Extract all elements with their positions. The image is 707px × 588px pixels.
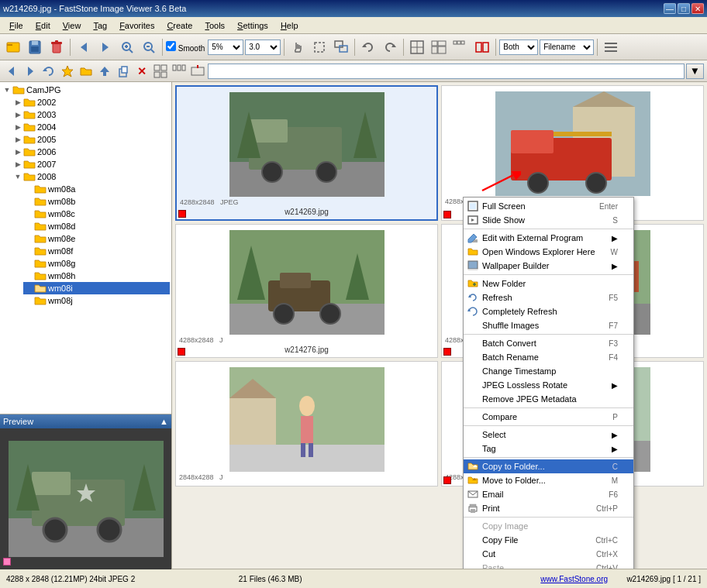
- smooth-checkbox[interactable]: [166, 41, 176, 51]
- cm-batch-rename[interactable]: Batch Rename F4: [464, 350, 633, 364]
- nav-grid5-button[interactable]: [171, 63, 188, 80]
- menu-tag[interactable]: Tag: [87, 19, 113, 32]
- nav-back-button[interactable]: [3, 63, 20, 80]
- menu-file[interactable]: File: [3, 19, 29, 32]
- tree-item-2004[interactable]: ▶ 2004: [12, 121, 170, 133]
- tree-container[interactable]: ▼ CamJPG ▶ 2002 ▶ 20: [0, 82, 171, 414]
- tree-item-wm08b[interactable]: wm08b: [23, 195, 170, 208]
- tb-crop-button[interactable]: [309, 37, 329, 57]
- tree-item-2007[interactable]: ▶ 2007: [12, 158, 170, 170]
- tb-grid3-button[interactable]: [450, 37, 471, 57]
- cm-wallpaper[interactable]: Wallpaper Builder ▶: [464, 259, 633, 273]
- nav-copy-button[interactable]: [115, 63, 132, 80]
- nav-folder-button[interactable]: [78, 63, 95, 80]
- tb-compare-button[interactable]: [472, 37, 492, 57]
- cm-edit-external[interactable]: Edit with External Program ▶: [464, 231, 633, 245]
- thumbnail-w214276[interactable]: 4288x2848 J w214276.jpg: [175, 224, 438, 358]
- tb-zoomout-button[interactable]: [139, 37, 159, 57]
- menu-settings[interactable]: Settings: [231, 19, 274, 32]
- nav-grid6-button[interactable]: [189, 63, 206, 80]
- cm-new-folder[interactable]: New Folder: [464, 277, 633, 291]
- thumbnail-w214269[interactable]: 4288x2848 JPEG w214269.jpg: [175, 85, 438, 221]
- tree-item-2006[interactable]: ▶ 2006: [12, 146, 170, 158]
- tree-item-2002[interactable]: ▶ 2002: [12, 96, 170, 108]
- tb-zoomin-button[interactable]: [117, 37, 137, 57]
- tree-toggle-2002[interactable]: ▶: [12, 97, 23, 108]
- thumbnail-row3-col1[interactable]: 2848x4288 J: [175, 361, 438, 487]
- cm-refresh[interactable]: Refresh F5: [464, 291, 633, 304]
- menu-tools[interactable]: Tools: [198, 19, 231, 32]
- cm-remove-jpeg-meta[interactable]: Remove JPEG Metadata: [464, 392, 633, 406]
- tb-open-button[interactable]: [3, 37, 23, 57]
- tree-toggle-2003[interactable]: ▶: [12, 109, 23, 120]
- tb-grid1-button[interactable]: [407, 37, 427, 57]
- svg-rect-114: [468, 261, 478, 269]
- sort-select[interactable]: Filename: [540, 40, 594, 55]
- tb-back-button[interactable]: [74, 37, 94, 57]
- cm-completely-refresh[interactable]: Completely Refresh: [464, 304, 633, 318]
- cm-batch-convert[interactable]: Batch Convert F3: [464, 336, 633, 350]
- close-button[interactable]: ✕: [691, 3, 704, 14]
- tb-more-button[interactable]: [601, 37, 621, 57]
- tree-item-wm08j[interactable]: wm08j: [23, 294, 170, 307]
- tree-toggle-camjpg[interactable]: ▼: [2, 84, 12, 95]
- cm-open-explorer[interactable]: Open Windows Explorer Here W: [464, 245, 633, 259]
- cm-change-timestamp[interactable]: Change Timestamp: [464, 364, 633, 378]
- menu-create[interactable]: Create: [160, 19, 198, 32]
- tree-item-wm08f[interactable]: wm08f: [23, 245, 170, 257]
- tree-item-wm08d[interactable]: wm08d: [23, 220, 170, 232]
- tree-item-2005[interactable]: ▶ 2005: [12, 133, 170, 146]
- cm-slideshow[interactable]: Slide Show S: [464, 213, 633, 227]
- menu-edit[interactable]: Edit: [29, 19, 57, 32]
- cm-jpeg-lossless[interactable]: JPEG Lossless Rotate ▶: [464, 378, 633, 392]
- nav-refresh-icon[interactable]: [40, 63, 57, 80]
- nav-grid4-button[interactable]: [152, 63, 169, 80]
- tb-rotate-left[interactable]: [358, 37, 378, 57]
- tb-save-button[interactable]: [25, 37, 45, 57]
- cm-move-to-folder[interactable]: Move to Folder... M: [464, 473, 633, 487]
- cm-fullscreen[interactable]: Full Screen Enter: [464, 199, 633, 213]
- tree-item-wm08c[interactable]: wm08c: [23, 208, 170, 220]
- tree-item-wm08h[interactable]: wm08h: [23, 270, 170, 282]
- tb-resize-button[interactable]: [331, 37, 351, 57]
- cm-compare[interactable]: Compare P: [464, 410, 633, 424]
- cm-shuffle[interactable]: Shuffle Images F7: [464, 318, 633, 332]
- cm-cut[interactable]: Cut Ctrl+X: [464, 547, 633, 561]
- nav-forward-button[interactable]: [22, 63, 39, 80]
- tree-item-camjpg[interactable]: ▼ CamJPG: [2, 84, 170, 96]
- preview-toggle-icon[interactable]: ▲: [160, 417, 168, 426]
- new-folder-icon: [467, 277, 479, 290]
- cm-select[interactable]: Select ▶: [464, 428, 633, 442]
- menu-help[interactable]: Help: [274, 19, 305, 32]
- tb-forward-button[interactable]: [95, 37, 116, 57]
- content-area[interactable]: 4288x2848 JPEG w214269.jpg: [172, 82, 707, 569]
- tb-delete-button[interactable]: [47, 37, 67, 57]
- nav-x-button[interactable]: ✕: [133, 63, 150, 80]
- tree-item-wm08i[interactable]: wm08i: [23, 282, 170, 294]
- zoom-value-select[interactable]: 3.0: [245, 40, 281, 55]
- tree-item-2003[interactable]: ▶ 2003: [12, 108, 170, 121]
- minimize-button[interactable]: —: [664, 3, 676, 14]
- maximize-button[interactable]: □: [678, 3, 690, 14]
- cm-print[interactable]: Print Ctrl+P: [464, 501, 633, 515]
- nav-go-button[interactable]: ▼: [686, 64, 704, 79]
- website-link[interactable]: www.FastStone.org: [540, 575, 608, 583]
- zoom-percent-select[interactable]: 5%10%25%50%100%: [208, 40, 243, 55]
- nav-star-button[interactable]: [59, 63, 76, 80]
- cm-tag[interactable]: Tag ▶: [464, 442, 633, 456]
- view-mode-select[interactable]: Both: [499, 40, 538, 55]
- cm-copy-to-folder[interactable]: Copy to Folder... C: [464, 459, 633, 473]
- tb-rotate-right[interactable]: [380, 37, 400, 57]
- menu-view[interactable]: View: [57, 19, 88, 32]
- tree-item-wm08g[interactable]: wm08g: [23, 257, 170, 270]
- tree-item-wm08a[interactable]: wm08a: [23, 183, 170, 195]
- menu-favorites[interactable]: Favorites: [113, 19, 160, 32]
- address-bar[interactable]: D:\Data\CamJPG\2008\wm08i\: [208, 64, 685, 79]
- cm-copy-file[interactable]: Copy File Ctrl+C: [464, 533, 633, 547]
- cm-email[interactable]: Email F6: [464, 487, 633, 501]
- tree-item-2008[interactable]: ▼ 2008: [12, 170, 170, 183]
- nav-up-button[interactable]: [96, 63, 113, 80]
- tb-grid2-button[interactable]: [429, 37, 449, 57]
- tb-hand-button[interactable]: [288, 37, 308, 57]
- tree-item-wm08e[interactable]: wm08e: [23, 232, 170, 245]
